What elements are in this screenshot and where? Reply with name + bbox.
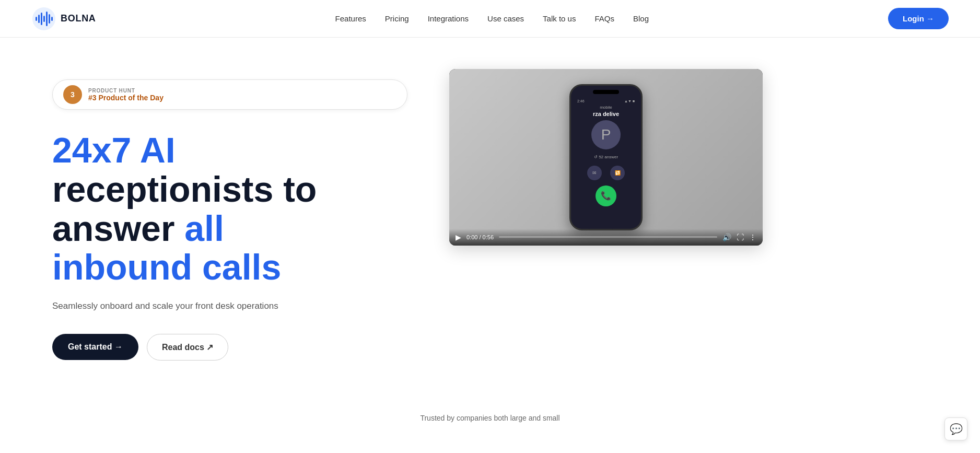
product-hunt-badge: 3 PRODUCT HUNT #3 Product of the Day [52, 79, 407, 110]
nav-faqs[interactable]: FAQs [594, 14, 614, 23]
logo-link[interactable]: BOLNA [31, 6, 96, 31]
hero-heading-line2: receptionists to [52, 169, 317, 209]
phone-action-buttons: ✉ 🔁 [587, 166, 625, 180]
phone-message-btn: ✉ [587, 166, 602, 180]
svg-rect-5 [46, 11, 48, 26]
nav-features[interactable]: Features [335, 14, 366, 23]
hero-subheading: Seamlessly onboard and scale your front … [52, 299, 407, 313]
read-docs-button[interactable]: Read docs ↗ [147, 334, 228, 361]
hero-heading-line3-prefix: answer [52, 208, 184, 248]
hero-section: 3 PRODUCT HUNT #3 Product of the Day 24x… [0, 38, 980, 403]
bolna-logo-icon [31, 6, 56, 31]
hero-heading: 24x7 AI receptionists to answer all inbo… [52, 131, 407, 287]
video-progress-bar[interactable] [499, 236, 717, 238]
phone-answer-icon: 📞 [601, 191, 611, 201]
more-options-icon[interactable]: ⋮ [749, 233, 756, 241]
phone-remind-btn: 🔁 [610, 166, 625, 180]
ph-title: #3 Product of the Day [88, 94, 164, 102]
svg-rect-7 [51, 17, 53, 21]
nav-links: Features Pricing Integrations Use cases … [335, 14, 649, 24]
hero-right: 2:46 ▲▼ ■ mobile rza delive P ↺ 52 answe… [449, 69, 763, 246]
ph-medal: 3 [63, 85, 82, 104]
phone-mockup: 2:46 ▲▼ ■ mobile rza delive P ↺ 52 answe… [569, 84, 643, 230]
nav-pricing[interactable]: Pricing [385, 14, 409, 23]
chat-icon: 💬 [950, 423, 963, 435]
phone-status-bar: 2:46 ▲▼ ■ [577, 99, 635, 103]
phone-avatar-letter: P [591, 120, 621, 149]
fullscreen-icon[interactable]: ⛶ [737, 233, 744, 241]
time-current: 0:00 [466, 234, 477, 240]
svg-rect-4 [43, 16, 45, 22]
chat-widget[interactable]: 💬 [944, 417, 967, 440]
phone-status-icons: ▲▼ ■ [624, 99, 635, 103]
remind-icon: 🔁 [615, 170, 621, 176]
svg-rect-2 [38, 15, 40, 23]
get-started-button[interactable]: Get started → [52, 334, 138, 360]
login-button[interactable]: Login → [888, 8, 949, 29]
svg-rect-3 [41, 13, 42, 25]
phone-answer-button: 📞 [596, 185, 616, 206]
video-controls: ▶ 0:00 / 0:56 🔊 ⛶ ⋮ [449, 229, 763, 246]
trusted-text: Trusted by companies both large and smal… [0, 414, 980, 422]
phone-caller-label: mobile [600, 105, 612, 110]
phone-time: 2:46 [577, 99, 585, 103]
logo-text: BOLNA [61, 13, 96, 24]
ph-text: PRODUCT HUNT #3 Product of the Day [88, 88, 164, 102]
nav-talk-to-us[interactable]: Talk to us [543, 14, 576, 23]
phone-caller-name: rza delive [593, 111, 619, 117]
message-icon: ✉ [592, 170, 597, 176]
hero-buttons: Get started → Read docs ↗ [52, 334, 407, 361]
ph-label: PRODUCT HUNT [88, 88, 164, 94]
hero-left: 3 PRODUCT HUNT #3 Product of the Day 24x… [52, 69, 407, 361]
nav-blog[interactable]: Blog [633, 14, 649, 23]
svg-rect-6 [49, 14, 50, 24]
video-controls-right: 🔊 ⛶ ⋮ [722, 233, 756, 241]
nav-integrations[interactable]: Integrations [428, 14, 469, 23]
hero-heading-line4: inbound calls [52, 247, 281, 287]
volume-icon[interactable]: 🔊 [722, 233, 731, 241]
navbar: BOLNA Features Pricing Integrations Use … [0, 0, 980, 38]
video-player[interactable]: 2:46 ▲▼ ■ mobile rza delive P ↺ 52 answe… [449, 69, 763, 246]
phone-notch [593, 90, 619, 94]
svg-rect-1 [36, 17, 37, 21]
play-button[interactable]: ▶ [456, 233, 461, 241]
phone-timer: ↺ 52 answer [594, 155, 618, 159]
video-time: 0:00 / 0:56 [466, 234, 494, 240]
video-scene: 2:46 ▲▼ ■ mobile rza delive P ↺ 52 answe… [449, 69, 763, 246]
trusted-section: Trusted by companies both large and smal… [0, 403, 980, 443]
time-total: 0:56 [483, 234, 494, 240]
hero-heading-all: all [184, 208, 224, 248]
nav-use-cases[interactable]: Use cases [487, 14, 524, 23]
hero-heading-line1: 24x7 AI [52, 130, 176, 170]
